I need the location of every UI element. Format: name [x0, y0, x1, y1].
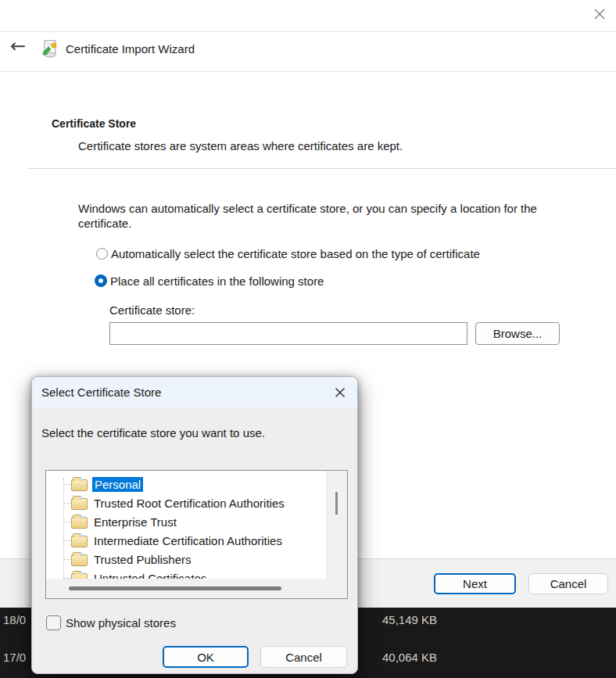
- horizontal-scrollbar-thumb[interactable]: [69, 587, 281, 590]
- vertical-scrollbar-thumb[interactable]: [335, 492, 338, 515]
- page-subtitle: Certificate stores are system areas wher…: [78, 139, 403, 152]
- dialog-cancel-button[interactable]: Cancel: [260, 646, 347, 668]
- wizard-cancel-button[interactable]: Cancel: [528, 573, 608, 594]
- dialog-instruction: Select the certificate store you want to…: [41, 426, 265, 439]
- file-row-size: 45,149 KB: [382, 613, 437, 626]
- header-divider: [0, 71, 616, 72]
- list-item[interactable]: Personal: [46, 475, 326, 493]
- ok-button[interactable]: OK: [163, 646, 249, 668]
- folder-icon: [71, 573, 88, 579]
- dialog-titlebar: Select Certificate Store: [32, 377, 357, 407]
- certificate-import-icon: [41, 39, 59, 58]
- list-item[interactable]: Intermediate Certification Authorities: [46, 531, 326, 550]
- certificate-store-list: Personal Trusted Root Certification Auth…: [45, 470, 348, 599]
- show-physical-stores-row[interactable]: Show physical stores: [46, 615, 176, 630]
- store-item-label: Intermediate Certification Authorities: [94, 534, 282, 547]
- radio-automatic-store-label[interactable]: Automatically select the certificate sto…: [111, 247, 480, 260]
- store-item-label: Trusted Root Certification Authorities: [94, 497, 285, 510]
- vertical-scrollbar[interactable]: [327, 471, 347, 579]
- next-button[interactable]: Next: [434, 573, 516, 594]
- store-tree: Personal Trusted Root Certification Auth…: [46, 471, 326, 579]
- certificate-store-field-label: Certificate store:: [109, 303, 195, 317]
- wizard-title: Certificate Import Wizard: [66, 42, 195, 56]
- folder-icon: [71, 554, 88, 566]
- radio-place-in-store[interactable]: [95, 274, 107, 287]
- list-item[interactable]: Enterprise Trust: [46, 512, 326, 531]
- window-close-icon[interactable]: [591, 5, 608, 23]
- show-physical-stores-checkbox[interactable]: [46, 615, 61, 630]
- folder-icon: [71, 479, 88, 491]
- file-row-date: 18/0: [3, 613, 26, 626]
- page-title: Certificate Store: [52, 117, 136, 130]
- radio-place-in-store-label[interactable]: Place all certificates in the following …: [110, 274, 324, 288]
- folder-icon: [71, 498, 88, 510]
- back-arrow-icon[interactable]: ←: [10, 37, 26, 56]
- certificate-store-input[interactable]: [109, 322, 467, 345]
- close-icon: [593, 7, 607, 21]
- select-certificate-store-dialog: Select Certificate Store Select the cert…: [31, 376, 358, 674]
- file-row-size: 40,064 KB: [382, 651, 437, 664]
- store-item-label: Enterprise Trust: [94, 515, 177, 529]
- folder-icon: [71, 517, 88, 529]
- show-physical-stores-label: Show physical stores: [66, 616, 176, 630]
- description-text: Windows can automatically select a certi…: [78, 201, 569, 231]
- list-item[interactable]: Untrusted Certificates: [46, 569, 326, 579]
- file-row-date: 17/0: [3, 651, 26, 664]
- browse-button[interactable]: Browse...: [475, 322, 560, 345]
- horizontal-scrollbar[interactable]: [46, 579, 327, 598]
- list-item[interactable]: Trusted Publishers: [46, 550, 326, 569]
- dialog-close-icon[interactable]: [332, 385, 348, 400]
- store-item-label: Untrusted Certificates: [94, 572, 206, 579]
- list-item[interactable]: Trusted Root Certification Authorities: [46, 493, 326, 512]
- radio-automatic-store[interactable]: [96, 248, 108, 260]
- store-item-label: Personal: [92, 477, 143, 492]
- section-divider: [28, 168, 616, 169]
- titlebar-divider: [0, 31, 616, 32]
- store-item-label: Trusted Publishers: [94, 553, 192, 566]
- folder-icon: [71, 536, 88, 547]
- dialog-title: Select Certificate Store: [41, 386, 161, 399]
